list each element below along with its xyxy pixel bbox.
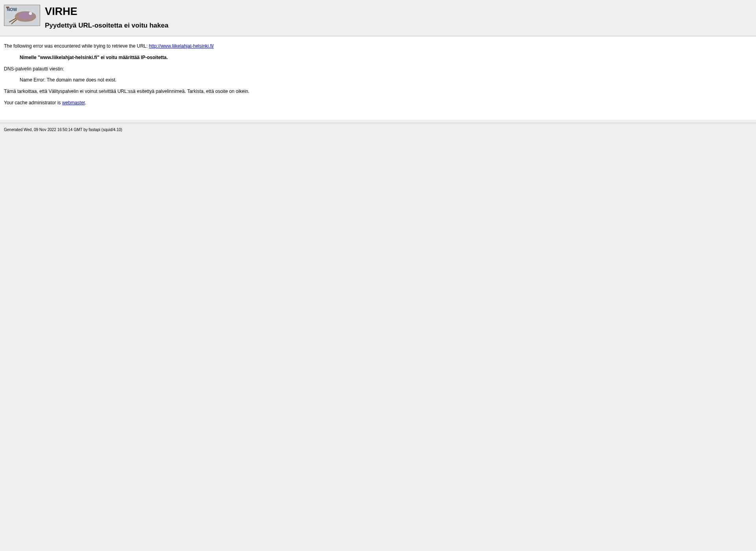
header-text-container: VIRHE Pyydettyä URL-osoitetta ei voitu h… [45,5,169,30]
error-title: VIRHE [45,6,169,18]
admin-period: . [85,100,86,105]
admin-text: Your cache administrator is [4,100,62,105]
admin-paragraph: Your cache administrator is webmaster. [4,100,752,106]
intro-text: The following error was encountered whil… [4,43,149,49]
explanation-text: Tämä tarkoittaa, että Välityspalvelin ei… [4,88,752,95]
error-subtitle: Pyydettyä URL-osoitetta ei voitu hakea [45,22,169,30]
error-header: NOW VIRHE Pyydettyä URL-osoitetta ei voi… [0,0,756,33]
svg-point-3 [29,12,32,15]
svg-rect-5 [6,7,9,8]
generated-timestamp: Generated Wed, 09 Nov 2022 16:50:14 GMT … [4,128,752,132]
dns-server-response: Name Error: The domain name does not exi… [20,77,752,83]
footer: Generated Wed, 09 Nov 2022 16:50:14 GMT … [0,124,756,136]
squid-now-icon: NOW [4,5,40,26]
dns-error-message: Nimelle "www.liikelahjat-helsinki.fi" ei… [20,54,752,61]
webmaster-link[interactable]: webmaster [62,100,85,105]
dns-server-label: DNS-palvelin palautti viestin: [4,66,752,72]
error-content: The following error was encountered whil… [0,37,756,120]
requested-url-link[interactable]: http://www.liikelahjat-helsinki.fi/ [149,43,214,49]
intro-paragraph: The following error was encountered whil… [4,43,752,50]
